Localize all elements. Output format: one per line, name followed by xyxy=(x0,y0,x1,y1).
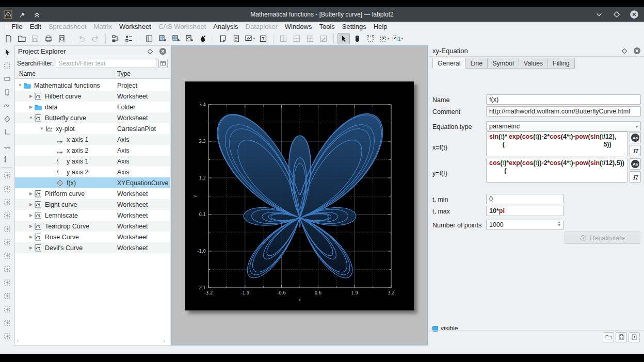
menubar-handle-icon[interactable]: ⁞ xyxy=(5,24,6,29)
tab-values[interactable]: Values xyxy=(519,58,548,69)
tmin-field[interactable]: 0 xyxy=(486,194,564,204)
extend-y-icon[interactable] xyxy=(2,290,13,302)
zoom-fit-icon[interactable]: ▾ xyxy=(378,33,390,44)
auto-scale-x-icon[interactable] xyxy=(2,223,13,235)
tab-symbol[interactable]: Symbol xyxy=(488,58,519,69)
filter-options-icon[interactable] xyxy=(158,59,168,68)
add-vertical-axis-icon[interactable] xyxy=(2,154,13,165)
menu-edit[interactable]: Edit xyxy=(26,22,44,32)
float-dock-icon[interactable] xyxy=(146,47,154,56)
recalculate-button[interactable]: Recalculate xyxy=(565,232,640,244)
close-dock-icon[interactable] xyxy=(158,47,167,56)
new-datapicker-icon[interactable] xyxy=(197,33,209,44)
print-preview-icon[interactable] xyxy=(56,33,68,44)
close-icon[interactable] xyxy=(630,10,639,19)
tab-general[interactable]: General xyxy=(432,58,465,69)
menu-help[interactable]: Help xyxy=(370,22,391,32)
new-matrix-icon[interactable] xyxy=(170,33,182,44)
magnification-1-icon[interactable]: 1▾ xyxy=(391,33,404,44)
pin-icon[interactable] xyxy=(18,10,27,19)
load-template-button[interactable] xyxy=(603,332,614,342)
name-field[interactable]: f(x) xyxy=(486,94,641,105)
new-worksheet-icon[interactable] xyxy=(183,33,196,44)
menu-tools[interactable]: Tools xyxy=(315,22,338,32)
new-script-icon[interactable] xyxy=(230,33,243,44)
print-icon[interactable] xyxy=(42,33,55,44)
zoom-select-x-icon[interactable] xyxy=(2,183,13,194)
column-header-name[interactable]: Name xyxy=(15,70,115,78)
navigate-tool-icon[interactable] xyxy=(351,33,363,44)
expander-open-icon[interactable]: ▼ xyxy=(17,83,23,88)
worksheet-view[interactable]: -3.2-1.9-0.60.61.93.23.42.31.20.1-1.0-2.… xyxy=(171,45,428,345)
new-note-icon[interactable] xyxy=(217,33,229,44)
add-xy-curve-icon[interactable] xyxy=(2,100,13,111)
worksheet-page[interactable]: -3.2-1.9-0.60.61.93.23.42.31.20.1-1.0-2.… xyxy=(185,81,414,310)
tree-row-piriform-curve[interactable]: ▶Piriform curveWorksheet xyxy=(15,188,170,199)
zoom-select-icon[interactable] xyxy=(2,170,13,181)
zoom-select-y-icon[interactable] xyxy=(2,196,13,208)
expander-closed-icon[interactable]: ▶ xyxy=(28,105,34,109)
auto-scale-icon[interactable] xyxy=(2,210,13,221)
horizontal-scrollbar[interactable]: ‹ › xyxy=(15,338,170,344)
tree-row-rose-curve[interactable]: ▶Rose CurveWorksheet xyxy=(15,232,170,242)
cursor-tool-icon[interactable] xyxy=(2,46,13,58)
shift-up-y-icon[interactable] xyxy=(2,264,13,275)
functions-pi-button[interactable]: π xyxy=(630,171,641,183)
constants-button[interactable]: Aa xyxy=(630,158,641,170)
shade-icon[interactable] xyxy=(32,10,41,19)
y-equation-field[interactable]: cos(t)*(exp(cos(t))-2*cos(4*t)-pow(sin(t… xyxy=(486,158,627,183)
zoom-select-tool-icon[interactable] xyxy=(364,33,377,44)
new-workbook-icon[interactable] xyxy=(143,33,155,44)
tree-row-mathematical-functions[interactable]: ▼Mathematical functionsProject xyxy=(15,80,170,91)
scroll-right-icon[interactable]: › xyxy=(164,339,168,343)
points-spinbox[interactable]: 1000 ▲▼ xyxy=(486,220,564,230)
add-plot-v-icon[interactable] xyxy=(2,87,13,98)
squeeze-y-icon[interactable] xyxy=(2,331,13,342)
float-dock-icon[interactable] xyxy=(620,47,629,55)
expander-closed-icon[interactable]: ▶ xyxy=(28,224,34,228)
scroll-left-icon[interactable]: ‹ xyxy=(17,339,21,343)
shift-down-y-icon[interactable] xyxy=(2,277,13,288)
expander-closed-icon[interactable]: ▶ xyxy=(28,94,34,98)
comment-field[interactable]: http://mathworld.wolfram.com/ButterflyCu… xyxy=(486,106,641,117)
tree-row-x-axis-1[interactable]: x axis 1Axis xyxy=(15,134,170,145)
export-worksheet-icon[interactable]: ▾ xyxy=(244,33,256,44)
save-template-button[interactable] xyxy=(616,332,627,342)
shift-left-x-icon[interactable] xyxy=(2,250,13,261)
tree-row-data[interactable]: ▶dataFolder xyxy=(15,102,170,112)
add-plot-h-icon[interactable] xyxy=(2,73,13,85)
menu-windows[interactable]: Windows xyxy=(281,22,316,32)
expander-closed-icon[interactable]: ▶ xyxy=(28,245,34,250)
constants-button[interactable]: Aa xyxy=(630,132,641,143)
zoom-region-tool-icon[interactable] xyxy=(2,60,13,71)
select-tool-icon[interactable] xyxy=(337,33,350,44)
new-project-list-icon[interactable] xyxy=(123,33,135,44)
functions-pi-button[interactable]: π xyxy=(630,145,641,156)
new-spreadsheet-icon[interactable] xyxy=(156,33,169,44)
new-document-icon[interactable] xyxy=(2,33,14,44)
tree-row-teardrop-curve[interactable]: ▶Teardrop CurveWorksheet xyxy=(15,221,170,232)
maximize-icon[interactable] xyxy=(612,10,621,19)
tree-row-y-axis-2[interactable]: y axis 2Axis xyxy=(15,167,170,177)
tree-row-hilbert-curve[interactable]: ▶Hilbert curveWorksheet xyxy=(15,91,170,102)
new-folder-icon[interactable] xyxy=(109,33,122,44)
add-xy-equation-curve-icon[interactable] xyxy=(2,113,13,125)
search-input[interactable] xyxy=(56,59,156,68)
add-horizontal-axis-icon[interactable] xyxy=(2,140,13,152)
minimize-icon[interactable] xyxy=(594,10,604,19)
tree-row-devil-s-curve[interactable]: ▶Devil's CurveWorksheet xyxy=(15,242,170,253)
tree-row-y-axis-1[interactable]: y axis 1Axis xyxy=(15,156,170,167)
menu-analysis[interactable]: Analysis xyxy=(210,22,242,32)
close-dock-icon[interactable] xyxy=(633,47,641,55)
spinner-arrows-icon[interactable]: ▲▼ xyxy=(557,221,561,227)
expander-closed-icon[interactable]: ▶ xyxy=(28,213,34,218)
tab-line[interactable]: Line xyxy=(465,58,488,69)
tree-row-lemniscate[interactable]: ▶LemniscateWorksheet xyxy=(15,210,170,221)
tree-row-eight-curve[interactable]: ▶Eight curveWorksheet xyxy=(15,199,170,210)
menu-settings[interactable]: Settings xyxy=(339,22,370,32)
tab-filling[interactable]: Filling xyxy=(548,58,575,69)
menu-worksheet[interactable]: Worksheet xyxy=(116,22,155,32)
tree-row-f-x-[interactable]: f(x)XYEquationCurve xyxy=(15,177,170,188)
save-as-template-button[interactable] xyxy=(629,332,640,342)
menu-file[interactable]: File xyxy=(8,22,26,32)
